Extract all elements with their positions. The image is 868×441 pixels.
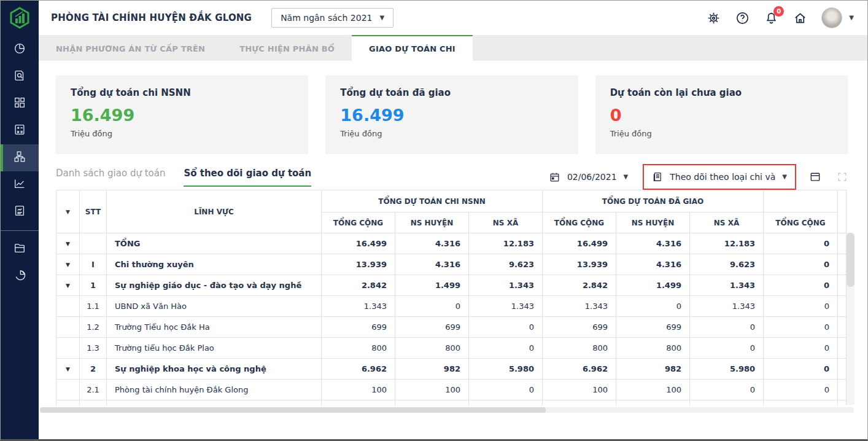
cell-value: 12.183 <box>469 233 543 254</box>
view-mode-select[interactable]: Theo dõi theo loại chi và ▼ <box>643 164 796 190</box>
cell-value: 800 <box>395 338 469 359</box>
cell-linh-vuc: Phòng tài chính huyện Đắk Glong <box>107 380 322 400</box>
sidebar-item-estimate[interactable] <box>1 117 39 144</box>
settings-gear-icon <box>707 11 721 25</box>
allocation-table-zone: ▼STTLĨNH VỰCTỔNG DỰ TOÁN CHI NSNNTỔNG DỰ… <box>56 190 867 405</box>
row-expander-icon[interactable]: ▼ <box>56 254 80 275</box>
dashboard-grid-icon <box>13 96 26 112</box>
table-row: ▼IChi thường xuyên13.9394.3169.62313.939… <box>56 254 847 275</box>
cell-value: 982 <box>616 359 690 380</box>
header-sub-0-0: TỔNG CỘNG <box>322 213 395 233</box>
cell-value: 2.842 <box>543 275 616 296</box>
table-row: ▼TỔNG16.4994.31612.18316.4994.31612.1830 <box>56 233 847 254</box>
user-avatar[interactable] <box>821 7 842 28</box>
row-expander-icon[interactable]: ▼ <box>56 233 80 254</box>
horizontal-scrollbar-thumb[interactable] <box>40 407 546 413</box>
row-expander-empty <box>56 338 80 359</box>
cell-value: 1.499 <box>616 275 690 296</box>
sidebar-item-allocation[interactable] <box>1 144 39 171</box>
row-expander-empty <box>56 296 80 317</box>
cell-stt: 2.1 <box>80 380 107 400</box>
sidebar-item-statistics[interactable] <box>1 263 39 290</box>
cell-clipped <box>469 400 543 405</box>
cell-stt: 1.1 <box>80 296 107 317</box>
table-row: 1.3Trường tiểu học Đắk Plao8008000800800… <box>56 338 847 359</box>
cell-value: 100 <box>616 380 690 400</box>
row-expander-empty <box>56 380 80 400</box>
home-icon <box>793 11 807 25</box>
cell-value: 0 <box>764 233 838 254</box>
summary-cards: Tổng dự toán chi NSNN 16.499 Triệu đồng … <box>39 61 867 154</box>
notification-badge: 0 <box>773 6 784 17</box>
header-sub-2-0: TỔNG CỘNG <box>764 213 838 233</box>
table-row: ▼1Sự nghiệp giáo dục - đào tạo và dạy ng… <box>56 275 847 296</box>
cell-value: 1.343 <box>322 296 395 317</box>
header-expander[interactable]: ▼ <box>56 190 80 233</box>
cell-value: 0 <box>764 317 838 338</box>
cell-value: 982 <box>395 359 469 380</box>
sidebar-item-overview[interactable] <box>1 36 39 63</box>
cell-linh-vuc: Sự nghiệp khoa học và công nghệ <box>107 359 322 380</box>
cell-clipped <box>616 400 690 405</box>
card-title: Dự toán còn lại chưa giao <box>610 87 833 98</box>
notifications-button[interactable]: 0 <box>764 10 778 25</box>
budget-year-select[interactable]: Năm ngân sách 2021 ▼ <box>271 8 393 28</box>
subtab-so-theo-doi[interactable]: Sổ theo dõi giao dự toán <box>184 168 311 187</box>
cell-value: 1.343 <box>690 275 764 296</box>
calendar-icon <box>549 171 560 183</box>
header-sub-0-1: NS HUYỆN <box>395 213 469 233</box>
cell-linh-vuc: Chi thường xuyên <box>107 254 322 275</box>
sidebar-item-dashboard[interactable] <box>1 90 39 117</box>
cell-value: 1.343 <box>543 296 616 317</box>
tab-thuc-hien-phan-bo[interactable]: THỰC HIỆN PHÂN BỔ <box>222 35 352 61</box>
cell-value: 0 <box>469 380 543 400</box>
cell-value: 4.316 <box>616 254 690 275</box>
row-expander-icon[interactable]: ▼ <box>56 359 80 380</box>
date-picker[interactable]: 02/06/2021 ▼ <box>545 166 632 189</box>
tab-giao-du-toan-chi[interactable]: GIAO DỰ TOÁN CHI <box>352 35 473 61</box>
cell-partial <box>838 296 847 317</box>
topbar: PHÒNG TÀI CHÍNH HUYỆN ĐẮK GLONG Năm ngân… <box>39 1 867 35</box>
main-tabbar: NHẬN PHƯƠNG ÁN TỪ CẤP TRÊN THỰC HIỆN PHÂ… <box>39 35 867 61</box>
cell-value: 13.939 <box>322 254 395 275</box>
cell-value: 800 <box>616 338 690 359</box>
cell-clipped <box>107 400 322 405</box>
cell-linh-vuc: Trường Tiểu học Đắk Ha <box>107 317 322 338</box>
table-row: ▼2Sự nghiệp khoa học và công nghệ6.96298… <box>56 359 847 380</box>
vertical-scrollbar[interactable] <box>847 233 854 405</box>
cell-value: 800 <box>322 338 395 359</box>
sidebar-item-report[interactable] <box>1 198 39 225</box>
card-unit: Triệu đồng <box>71 129 293 138</box>
cell-clipped <box>56 400 80 405</box>
table-layout-button[interactable] <box>807 169 823 185</box>
row-expander-icon[interactable]: ▼ <box>56 275 80 296</box>
cell-value: 16.499 <box>322 233 395 254</box>
tab-nhan-phuong-an[interactable]: NHẬN PHƯƠNG ÁN TỪ CẤP TRÊN <box>39 35 222 61</box>
header-sub-0-2: NS XÃ <box>469 213 543 233</box>
toolbar-filters: 02/06/2021 ▼ Theo dõi theo loại chi và ▼ <box>545 164 850 190</box>
archive-icon <box>13 241 26 257</box>
horizontal-scrollbar[interactable] <box>40 407 854 413</box>
fullscreen-button[interactable] <box>834 169 850 185</box>
subtab-danh-sach[interactable]: Danh sách giao dự toán <box>56 168 165 187</box>
sidebar-item-archive[interactable] <box>1 236 39 263</box>
vertical-scrollbar-thumb[interactable] <box>847 233 854 287</box>
home-button[interactable] <box>792 10 807 25</box>
cell-partial <box>838 317 847 338</box>
sidebar-item-analytics[interactable] <box>1 171 39 198</box>
help-button[interactable] <box>735 10 750 25</box>
cell-value: 100 <box>395 380 469 400</box>
report-icon <box>13 204 26 220</box>
cell-value: 6.962 <box>543 359 616 380</box>
header-group-1: TỔNG DỰ TOÁN ĐÃ GIAO <box>543 190 764 213</box>
table-toolbar: Danh sách giao dự toán Sổ theo dõi giao … <box>39 154 867 190</box>
cell-value: 9.623 <box>690 254 764 275</box>
settings-button[interactable] <box>706 10 721 25</box>
header-sub-1-0: TỔNG CỘNG <box>543 213 616 233</box>
avatar-chevron-down-icon[interactable]: ▼ <box>849 15 854 21</box>
header-sub-1-2: NS XÃ <box>690 213 764 233</box>
sidebar-item-lookup[interactable] <box>1 63 39 90</box>
table-row-clipped <box>56 400 847 405</box>
app-logo[interactable] <box>1 1 39 35</box>
card-title: Tổng dự toán chi NSNN <box>71 87 293 98</box>
